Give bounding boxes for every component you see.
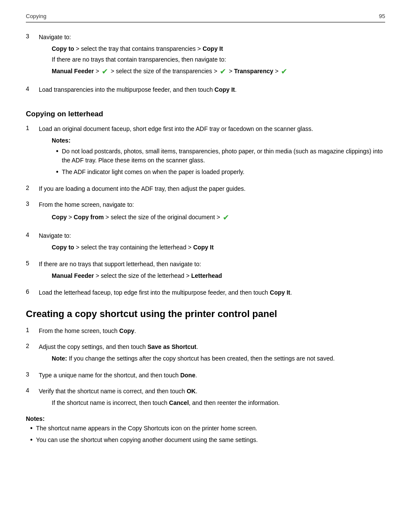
step-content: Load transparencies into the multipurpos… (39, 85, 385, 97)
done-bold: Done (180, 372, 195, 379)
cancel-text: If the shortcut name is incorrect, then … (52, 398, 385, 408)
letterhead-step-1: 1 Load an original document faceup, shor… (26, 124, 385, 180)
copy-to-bold: Copy to (52, 45, 74, 52)
step-content: Adjust the copy settings, and then touch… (39, 342, 385, 367)
notes-list: Do not load postcards, photos, small ite… (56, 147, 385, 177)
adjust-guides-text: If you are loading a document into the A… (39, 184, 385, 193)
letterhead-step-5: 5 If there are no trays that support let… (26, 260, 385, 284)
select-size-text: > select the size of the transparencies … (109, 68, 219, 75)
arrow3: > (273, 68, 280, 75)
load-doc-text: Load an original document faceup, short … (39, 124, 385, 134)
page: Copying 95 3 Navigate to: Copy to > sele… (0, 0, 411, 532)
step-number: 3 (26, 200, 39, 207)
cancel-mid: , and then reenter the information. (189, 399, 280, 406)
note-1-text: Do not load postcards, photos, small ite… (62, 147, 385, 165)
note-bold: Note: (52, 355, 67, 362)
step2-note: Note: If you change the settings after t… (52, 354, 385, 363)
shortcut-section: Creating a copy shortcut using the print… (26, 308, 385, 445)
shortcut-step-4: 4 Verify that the shortcut name is corre… (26, 387, 385, 411)
notes-label2: Notes: (26, 415, 385, 422)
touch-copy-pre: From the home screen, touch (39, 327, 119, 334)
checkmark-icon-1: ✔ (102, 66, 108, 78)
list-item: Do not load postcards, photos, small ite… (56, 147, 385, 165)
shortcut-notes-list: The shortcut name appears in the Copy Sh… (30, 424, 385, 445)
transparency-step-4: 4 Load transparencies into the multipurp… (26, 85, 385, 97)
copy-to-mid2: > select the tray containing the letterh… (74, 244, 193, 251)
step-number: 1 (26, 327, 39, 333)
select-letterhead-text: > select the size of the letterhead > (94, 272, 191, 279)
from-home-text: From the home screen, navigate to: (39, 200, 385, 209)
step-content: Navigate to: Copy to > select the tray c… (39, 231, 385, 255)
shortcut-note-2: You can use the shortcut when copying an… (36, 436, 258, 445)
copy-to-line: Copy to > select the tray that contains … (52, 44, 385, 78)
manual-feeder-text2: Manual Feeder > select the size of the l… (52, 271, 385, 280)
step-number: 3 (26, 371, 39, 378)
arrow1: > (94, 68, 101, 75)
arrow: > (67, 214, 74, 221)
manual-feeder-line2: Manual Feeder > select the size of the l… (52, 271, 385, 280)
step-content: Load the letterhead faceup, top edge fir… (39, 288, 385, 300)
letterhead-step-6: 6 Load the letterhead faceup, top edge f… (26, 288, 385, 300)
cancel-pre: If the shortcut name is incorrect, then … (52, 399, 169, 406)
copy-it-bold4: Copy It (270, 289, 290, 296)
save-shortcut-text: Adjust the copy settings, and then touch… (39, 342, 385, 352)
period2: . (290, 289, 292, 296)
shortcut-step-1: 1 From the home screen, touch Copy. (26, 327, 385, 338)
letterhead-section: Copying on letterhead 1 Load an original… (26, 110, 385, 300)
manual-feeder-line: Manual Feeder > ✔ > select the size of t… (52, 66, 385, 78)
step-content: If you are loading a document into the A… (39, 184, 385, 196)
cancel-line: If the shortcut name is incorrect, then … (52, 398, 385, 408)
step-number: 2 (26, 184, 39, 191)
copy-it-bold2: Copy It (215, 86, 235, 93)
step-content: Type a unique name for the shortcut, and… (39, 371, 385, 383)
header-page-number: 95 (379, 13, 385, 19)
step-number: 4 (26, 387, 39, 394)
load-transparencies-text: Load transparencies into the multipurpos… (39, 85, 385, 94)
shortcut-notes: Notes: The shortcut name appears in the … (26, 415, 385, 445)
letterhead-step-4: 4 Navigate to: Copy to > select the tray… (26, 231, 385, 255)
letterhead-step-3: 3 From the home screen, navigate to: Cop… (26, 200, 385, 227)
copy-from-bold: Copy from (74, 214, 104, 221)
no-trays-letterhead-text: If there are no trays that support lette… (39, 260, 385, 269)
type-name-pre: Type a unique name for the shortcut, and… (39, 372, 180, 379)
copy-to-bold2: Copy to (52, 244, 74, 251)
load-letterhead-text: Load the letterhead faceup, top edge fir… (39, 288, 385, 297)
verify-name-text: Verify that the shortcut name is correct… (39, 387, 385, 396)
page-header: Copying 95 (26, 13, 385, 22)
type-name-text: Type a unique name for the shortcut, and… (39, 371, 385, 380)
shortcut-step-2: 2 Adjust the copy settings, and then tou… (26, 342, 385, 367)
note-text: Note: If you change the settings after t… (52, 354, 385, 363)
shortcut-step-3: 3 Type a unique name for the shortcut, a… (26, 371, 385, 383)
copy-to-mid: > select the tray that contains transpar… (74, 45, 202, 52)
copy-to-text: Copy to > select the tray that contains … (52, 44, 385, 53)
checkmark-icon-4: ✔ (223, 212, 229, 224)
copy-tray-text: Copy to > select the tray containing the… (52, 243, 385, 252)
period5: . (195, 372, 197, 379)
navigate-to-label: Navigate to: (39, 33, 385, 42)
cancel-bold: Cancel (169, 399, 189, 406)
step-number: 4 (26, 85, 39, 92)
letterhead-heading: Copying on letterhead (26, 110, 385, 118)
navigate-to-text: Navigate to: (39, 231, 385, 240)
load-lh-pre: Load the letterhead faceup, top edge fir… (39, 289, 270, 296)
copy-to-line2: Copy to > select the tray containing the… (52, 243, 385, 252)
copy-from-line: Copy > Copy from > select the size of th… (52, 212, 385, 224)
step-number: 2 (26, 342, 39, 349)
list-item: The ADF indicator light comes on when th… (56, 168, 385, 177)
step-number: 3 (26, 33, 39, 40)
step-content: If there are no trays that support lette… (39, 260, 385, 284)
period3: . (134, 327, 136, 334)
select-size-text2: > select the size of the original docume… (104, 214, 222, 221)
step-content: Navigate to: Copy to > select the tray t… (39, 33, 385, 81)
manual-feeder-bold2: Manual Feeder (52, 272, 94, 279)
period4: . (196, 343, 198, 350)
save-pre: Adjust the copy settings, and then touch (39, 343, 147, 350)
letterhead-bold: Letterhead (191, 272, 222, 279)
copy-bold: Copy (52, 214, 67, 221)
copy-bold2: Copy (119, 327, 134, 334)
copy-it-bold: Copy It (202, 45, 223, 52)
period: . (235, 86, 237, 93)
shortcut-note-1: The shortcut name appears in the Copy Sh… (36, 424, 258, 433)
period6: . (196, 388, 197, 395)
note-2-text: The ADF indicator light comes on when th… (62, 168, 245, 177)
